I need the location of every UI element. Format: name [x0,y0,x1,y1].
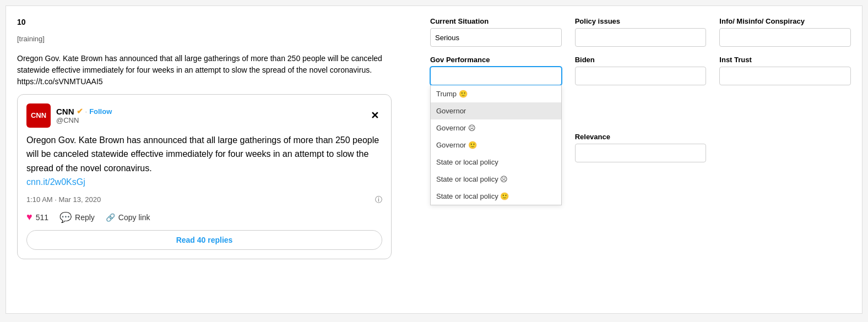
field-group-info-misinfo: Info/ Misinfo/ Conspiracy [719,17,851,47]
biden-label: Biden [575,56,707,64]
tweet-meta: 1:10 AM · Mar 13, 2020 ⓘ [26,195,382,205]
copy-link-action[interactable]: 🔗 Copy link [106,213,150,222]
tweet-body: Oregon Gov. Kate Brown has announced tha… [26,133,382,189]
inst-trust-input[interactable] [719,67,851,85]
field-group-biden: Biden [575,56,707,85]
field-group-current-situation: Current Situation [430,17,562,47]
likes-action[interactable]: ♥ 511 [26,211,48,223]
relevance-input[interactable] [575,144,707,162]
gov-performance-label: Gov Performance [430,56,562,64]
tweet-number: 10 [17,17,414,28]
reply-action[interactable]: 💬 Reply [59,211,95,223]
heart-icon: ♥ [26,211,32,223]
right-panel: Current Situation Policy issues Info/ Mi… [430,17,851,302]
dropdown-item-governor-sad[interactable]: Governor ☹ [431,119,561,137]
relevance-label: Relevance [575,133,707,141]
reply-icon: 💬 [59,211,72,223]
tweet-card-header: CNN CNN ✔ · Follow @CNN ✕ [26,103,382,128]
page-wrapper: 10 [training] Oregon Gov. Kate Brown has… [6,6,862,314]
user-name: CNN ✔ · Follow [56,107,112,116]
biden-input[interactable] [575,67,707,85]
fields-grid: Current Situation Policy issues Info/ Mi… [430,17,851,162]
info-misinfo-label: Info/ Misinfo/ Conspiracy [719,17,851,25]
inst-trust-label: Inst Trust [719,56,851,64]
x-icon[interactable]: ✕ [367,108,382,123]
link-icon: 🔗 [106,213,115,222]
tweet-card: CNN CNN ✔ · Follow @CNN ✕ [17,94,392,259]
gov-performance-dropdown: Trump 🙂 Governor Governor ☹ Governor 🙂 S… [430,85,562,205]
tweet-text: Oregon Gov. Kate Brown has announced tha… [17,53,414,88]
dropdown-item-governor[interactable]: Governor [431,102,561,119]
field-group-inst-trust: Inst Trust [719,56,851,85]
read-replies-button[interactable]: Read 40 replies [26,230,382,250]
policy-issues-label: Policy issues [575,17,707,25]
left-panel: 10 [training] Oregon Gov. Kate Brown has… [17,17,414,302]
tweet-actions: ♥ 511 💬 Reply 🔗 Copy link [26,211,382,223]
info-icon[interactable]: ⓘ [375,195,382,205]
gov-performance-input[interactable] [430,67,562,85]
dropdown-item-state-policy[interactable]: State or local policy [431,154,561,171]
user-handle: @CNN [56,116,112,124]
dropdown-item-trump[interactable]: Trump 🙂 [431,85,561,102]
field-group-relevance: Relevance [575,133,707,162]
verified-badge: ✔ [77,107,83,116]
tweet-link[interactable]: cnn.it/2w0KsGj [26,177,85,187]
cnn-logo: CNN [26,103,51,128]
dropdown-item-governor-happy[interactable]: Governor 🙂 [431,137,561,154]
info-misinfo-input[interactable] [719,28,851,47]
current-situation-input[interactable] [430,28,562,47]
dropdown-item-state-policy-happy[interactable]: State or local policy 🙂 [431,188,561,205]
user-info: CNN ✔ · Follow @CNN [56,107,112,124]
field-group-gov-performance: Gov Performance Trump 🙂 Governor Governo… [430,56,562,85]
current-situation-label: Current Situation [430,17,562,25]
tweet-card-user: CNN CNN ✔ · Follow @CNN [26,103,112,128]
policy-issues-input[interactable] [575,28,707,47]
tweet-label: [training] [17,35,414,43]
dropdown-item-state-policy-sad[interactable]: State or local policy ☹ [431,171,561,188]
follow-link[interactable]: Follow [89,107,112,116]
field-group-policy-issues: Policy issues [575,17,707,47]
